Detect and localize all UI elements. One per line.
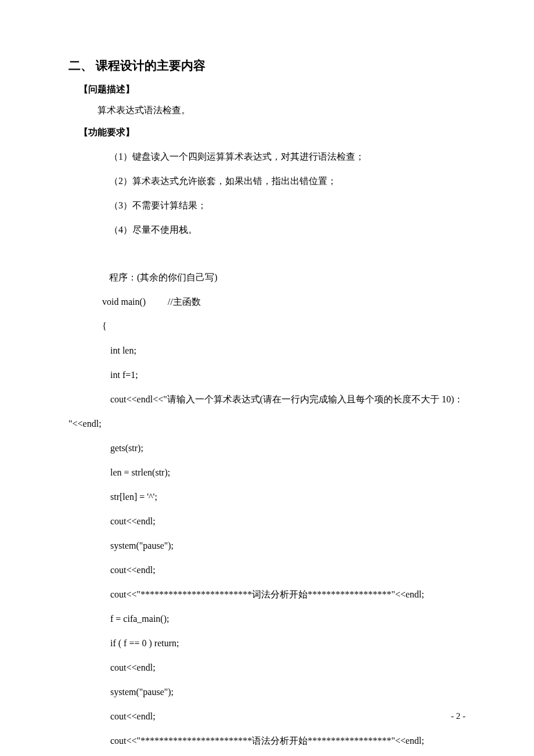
- code-line: len = strlen(str);: [110, 466, 466, 480]
- spacer: [68, 247, 466, 271]
- requirement-1: （1）键盘读入一个四则运算算术表达式，对其进行语法检查；: [109, 150, 466, 164]
- requirement-3: （3）不需要计算结果；: [109, 199, 466, 213]
- code-intro: 程序：(其余的你们自己写): [109, 271, 466, 285]
- code-line: cout<<endl;: [110, 563, 466, 577]
- code-line: gets(str);: [110, 441, 466, 455]
- code-main-signature: void main() //主函数: [102, 295, 466, 309]
- section-problem-text: 算术表达式语法检查。: [98, 103, 466, 117]
- code-line: cout<<endl;: [110, 514, 466, 528]
- code-line: system("pause");: [110, 539, 466, 553]
- code-cout-prompt-b: "<<endl;: [68, 417, 466, 431]
- document-page: 二、 课程设计的主要内容 【问题描述】 算术表达式语法检查。 【功能要求】 （1…: [0, 0, 534, 756]
- code-line: str[len] = '^';: [110, 490, 466, 504]
- code-line: int f=1;: [110, 368, 466, 382]
- code-line: cout<<"************************词法分析开始***…: [110, 588, 466, 602]
- code-cout-prompt-a: cout<<endl<<"请输入一个算术表达式(请在一行内完成输入且每个项的长度…: [110, 393, 466, 406]
- code-line: cout<<"************************语法分析开始***…: [110, 734, 466, 748]
- code-main-comment: //主函数: [168, 297, 201, 307]
- code-line: cout<<endl;: [110, 710, 466, 723]
- code-line: system("pause");: [110, 685, 466, 699]
- section-problem-title: 【问题描述】: [79, 82, 466, 96]
- code-line: if ( f == 0 ) return;: [110, 636, 466, 650]
- heading-main: 二、 课程设计的主要内容: [68, 57, 466, 75]
- code-main-fn: void main(): [102, 297, 146, 307]
- page-number: - 2 -: [451, 711, 466, 721]
- requirement-2: （2）算术表达式允许嵌套，如果出错，指出出错位置；: [109, 174, 466, 188]
- code-line: f = cifa_main();: [110, 612, 466, 626]
- section-req-title: 【功能要求】: [79, 125, 466, 139]
- code-open-brace: {: [102, 319, 466, 333]
- code-line: int len;: [110, 344, 466, 358]
- requirement-4: （4）尽量不使用栈。: [109, 223, 466, 237]
- code-line: cout<<endl;: [110, 661, 466, 675]
